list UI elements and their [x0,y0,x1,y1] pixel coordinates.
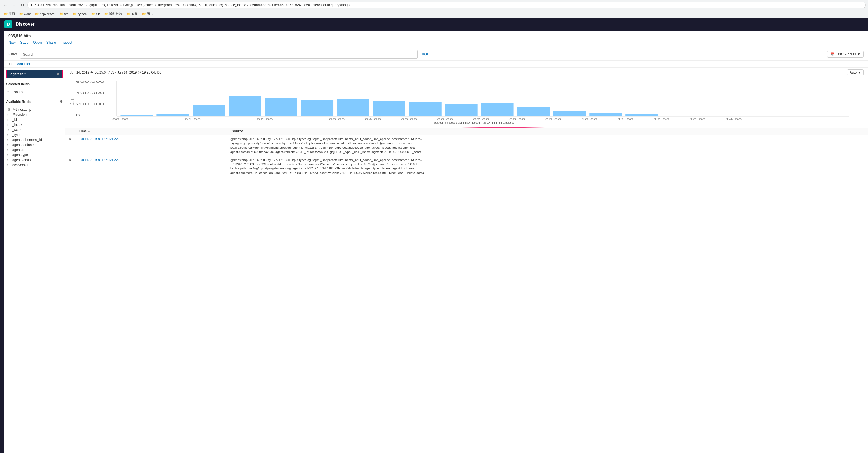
hits-count: 935,516 hits [8,34,864,38]
svg-text:11:00: 11:00 [617,118,633,121]
settings-row: ⚙ + Add filter [4,61,868,68]
bookmark-pics[interactable]: 📂图片 [141,11,155,17]
field-index[interactable]: t _index [6,122,63,127]
interval-select[interactable]: Auto ▼ [847,69,864,75]
selected-fields-title: Selected fields [6,82,30,86]
table-header-row: Time ▲ _source [65,128,868,135]
table-row: ► Jun 14, 2019 @ 17:59:21.820 @timestamp… [65,156,868,177]
row-expand-button[interactable]: ► [69,137,72,141]
bookmark-wp[interactable]: 📂wp [58,11,70,16]
time-cell-2[interactable]: Jun 14, 2019 @ 17:59:21.820 [75,156,227,177]
svg-rect-5 [120,115,153,116]
svg-text:09:00: 09:00 [545,118,561,121]
available-fields-title: Available fields [6,100,31,104]
svg-rect-16 [517,107,550,116]
bookmark-php[interactable]: 📂php-laravel [33,11,57,16]
source-text-2d: agent.ephemeral_id: ec7e43db-53bb-4e43-b… [230,171,424,174]
left-nav [0,31,4,453]
svg-text:03:00: 03:00 [329,118,345,121]
svg-text:Count: Count [70,98,76,105]
bookmark-fun[interactable]: 📂有趣 [125,11,140,17]
inspect-button[interactable]: Inspect [60,40,72,44]
app-title: Discover [16,22,35,27]
bookmark-python[interactable]: 📂python [71,11,88,16]
save-button[interactable]: Save [20,40,29,44]
svg-text:06:00: 06:00 [437,118,453,121]
source-cell-2: @timestamp: Jun 14, 2019 @ 17:59:21.820 … [227,156,868,177]
svg-text:600,000: 600,000 [76,80,105,83]
field-agent-version[interactable]: t agent.version [6,157,63,162]
index-pattern-box[interactable]: logstash-* ✕ [6,70,63,78]
kql-button[interactable]: KQL [420,51,431,57]
field-type-icon: ? [7,90,11,94]
reload-button[interactable]: ↻ [19,2,26,8]
forward-button[interactable]: → [11,2,17,8]
app-header: D Discover [0,18,868,31]
bookmarks-bar: 📂应用 📂work 📂php-laravel 📂wp 📂python 📂elk … [0,10,868,18]
share-button[interactable]: Share [46,40,56,44]
source-column-header[interactable]: _source [227,128,868,135]
selected-field-source[interactable]: ? _source [6,90,63,95]
available-fields-header: Available fields ⚙ [4,97,65,106]
svg-rect-11 [337,99,369,116]
filters-label: Filters [8,52,18,56]
source-text-1c: log.file.path: /var/log/nginx/pangshu.er… [230,146,417,149]
chart-container: 600,000 400,000 200,000 0 Count [65,77,868,128]
field-type[interactable]: t _type [6,132,63,137]
row-expand-button-2[interactable]: ► [69,158,72,162]
svg-text:14:00: 14:00 [725,118,742,121]
svg-text:200,000: 200,000 [76,102,105,106]
gear-icon[interactable]: ⚙ [8,62,12,66]
data-table: Time ▲ _source ► Jun 14, 2019 @ 17:59:21… [65,128,868,177]
bookmark-blog[interactable]: 📂博客-论坛 [103,11,124,17]
date-picker-button[interactable]: 📅 Last 19 hours ▼ [827,51,864,58]
url-bar[interactable] [27,2,866,8]
svg-text:07:00: 07:00 [473,118,489,121]
field-score[interactable]: # _score [6,127,63,132]
svg-text:00:00: 00:00 [112,118,128,121]
index-pattern-clear-icon[interactable]: ✕ [57,72,60,76]
app-container: D Discover 935,516 hits New Save Open Sh… [0,18,868,453]
svg-rect-14 [445,104,478,116]
calendar-icon: 📅 [830,52,834,56]
action-bar: New Save Open Share Inspect [8,40,864,44]
field-agent-id[interactable]: t agent.id [6,148,63,152]
field-version[interactable]: t @version [6,112,63,117]
field-id[interactable]: t _id [6,117,63,122]
field-agent-ephemeral-id[interactable]: t agent.ephemeral_id [6,137,63,142]
svg-rect-10 [301,100,333,116]
field-ecs-version[interactable]: t ecs.version [6,162,63,167]
svg-text:400,000: 400,000 [76,91,105,95]
svg-text:02:00: 02:00 [257,118,273,121]
table-body: ► Jun 14, 2019 @ 17:59:21.820 @timestamp… [65,135,868,177]
bookmark-apps[interactable]: 📂应用 [2,11,17,17]
new-button[interactable]: New [8,40,16,44]
svg-text:@timestamp per 30 minutes: @timestamp per 30 minutes [433,121,515,124]
time-range-label: Jun 14, 2019 @ 00:25:04.403 - Jun 14, 20… [70,70,161,74]
source-text-1: @timestamp: Jun 14, 2019 @ 17:59:21.820 … [230,137,422,141]
bookmark-work[interactable]: 📂work [18,11,32,16]
svg-rect-15 [481,103,514,116]
svg-text:08:00: 08:00 [509,118,525,121]
chart-header: Jun 14, 2019 @ 00:25:04.403 - Jun 14, 20… [65,68,868,77]
search-input[interactable] [20,50,418,59]
open-button[interactable]: Open [33,40,42,44]
svg-text:13:00: 13:00 [689,118,706,121]
content-area: 935,516 hits New Save Open Share Inspect… [0,31,868,453]
source-cell: @timestamp: Jun 14, 2019 @ 17:59:21.820 … [227,135,868,156]
top-bar: 935,516 hits New Save Open Share Inspect [4,31,868,48]
field-timestamp[interactable]: @ @timestamp [6,107,63,112]
svg-text:12:00: 12:00 [653,118,670,121]
date-range-label: Last 19 hours [836,52,856,56]
svg-rect-8 [228,96,261,116]
available-fields-gear-icon[interactable]: ⚙ [60,100,63,103]
bookmark-elk[interactable]: 📂elk [90,11,101,16]
time-cell[interactable]: Jun 14, 2019 @ 17:59:21.820 [75,135,227,156]
field-agent-type[interactable]: t agent.type [6,152,63,157]
index-pattern-label: logstash-* [9,72,26,76]
back-button[interactable]: ← [2,2,9,8]
time-column-header[interactable]: Time ▲ [75,128,227,135]
add-filter-button[interactable]: + Add filter [14,62,30,66]
svg-rect-9 [265,98,297,116]
field-agent-hostname[interactable]: t agent.hostname [6,142,63,148]
